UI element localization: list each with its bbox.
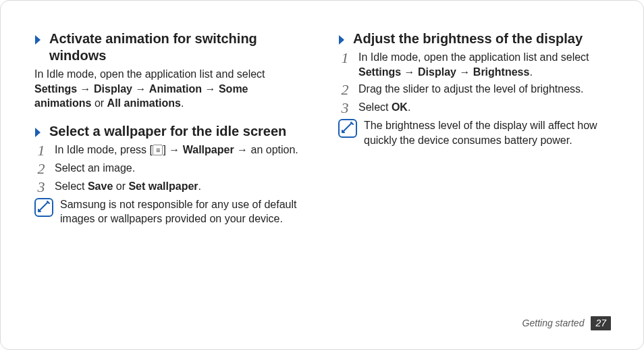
label-ok: OK	[392, 101, 408, 113]
text: or	[91, 97, 107, 109]
text: Select	[358, 101, 392, 113]
text: ] →	[163, 144, 182, 155]
svg-rect-0	[35, 199, 53, 216]
label-all-animations: All animations	[107, 97, 181, 109]
step-text: In Idle mode, open the application list …	[358, 50, 610, 79]
text: In Idle mode, open the application list …	[358, 51, 589, 63]
text: In Idle mode, press [	[55, 144, 153, 155]
step-text: Drag the slider to adjust the level of b…	[358, 82, 610, 97]
section-title: Select a wallpaper for the idle screen	[49, 123, 286, 140]
step-number: 3	[34, 179, 48, 195]
chevron-right-icon	[34, 127, 43, 138]
chevron-right-icon	[338, 34, 346, 45]
note-icon	[338, 119, 357, 138]
step-number: 1	[338, 50, 352, 66]
step-text: Select an image.	[55, 161, 306, 176]
section-heading: Adjust the brightness of the display	[338, 30, 610, 47]
note: The brightness level of the display will…	[338, 118, 610, 147]
text: In Idle mode, open the application list …	[34, 68, 265, 80]
step-text: In Idle mode, press [≡] → Wallpaper → an…	[55, 143, 306, 157]
text: .	[198, 180, 201, 192]
step-1: 1 In Idle mode, press [≡] → Wallpaper → …	[34, 143, 306, 158]
note-text: The brightness level of the display will…	[364, 118, 610, 147]
section-adjust-brightness: Adjust the brightness of the display 1 I…	[338, 30, 610, 147]
page-columns: Activate animation for switching windows…	[34, 30, 610, 239]
label-save: Save	[88, 180, 113, 192]
text: .	[181, 97, 184, 109]
section-select-wallpaper: Select a wallpaper for the idle screen 1…	[34, 123, 306, 226]
section-body: In Idle mode, open the application list …	[34, 67, 306, 111]
section-title: Adjust the brightness of the display	[353, 30, 583, 47]
note: Samsung is not responsible for any use o…	[34, 197, 306, 226]
section-title: Activate animation for switching windows	[49, 30, 306, 64]
arrow: →	[401, 66, 418, 78]
page-footer: Getting started 27	[522, 316, 611, 330]
arrow: →	[456, 66, 473, 78]
step-number: 2	[34, 161, 48, 176]
label-display: Display	[94, 83, 132, 95]
label-brightness: Brightness	[473, 66, 530, 78]
text: .	[408, 101, 410, 113]
label-wallpaper: Wallpaper	[183, 144, 234, 155]
label-settings: Settings	[34, 83, 77, 95]
text: .	[529, 66, 532, 78]
note-icon	[34, 198, 53, 217]
step-3: 3 Select Save or Set wallpaper.	[34, 179, 306, 195]
label-display: Display	[418, 66, 456, 78]
step-text: Select OK.	[358, 100, 610, 115]
step-2: 2 Drag the slider to adjust the level of…	[338, 82, 610, 97]
menu-key-icon: ≡	[153, 145, 163, 155]
text: Select	[55, 180, 88, 192]
step-3: 3 Select OK.	[338, 100, 610, 116]
text: or	[113, 180, 128, 192]
footer-section-label: Getting started	[522, 317, 585, 330]
step-text: Select Save or Set wallpaper.	[55, 179, 306, 194]
section-activate-animation: Activate animation for switching windows…	[34, 30, 306, 111]
step-number: 3	[338, 100, 352, 116]
step-number: 1	[34, 143, 48, 158]
label-animation: Animation	[149, 83, 202, 95]
label-set-wallpaper: Set wallpaper	[128, 180, 198, 192]
arrow: →	[77, 83, 94, 95]
arrow: →	[202, 83, 219, 95]
step-2: 2 Select an image.	[34, 161, 306, 176]
text: → an option.	[234, 144, 298, 155]
step-number: 2	[338, 82, 352, 97]
right-column: Adjust the brightness of the display 1 I…	[338, 30, 610, 239]
arrow: →	[132, 83, 149, 95]
section-heading: Select a wallpaper for the idle screen	[34, 123, 306, 140]
step-1: 1 In Idle mode, open the application lis…	[338, 50, 610, 79]
note-text: Samsung is not responsible for any use o…	[60, 197, 306, 226]
chevron-right-icon	[34, 34, 43, 45]
footer-page-number: 27	[591, 316, 611, 330]
label-settings: Settings	[358, 66, 401, 78]
section-heading: Activate animation for switching windows	[34, 30, 306, 64]
left-column: Activate animation for switching windows…	[34, 30, 306, 239]
svg-rect-1	[339, 120, 356, 137]
